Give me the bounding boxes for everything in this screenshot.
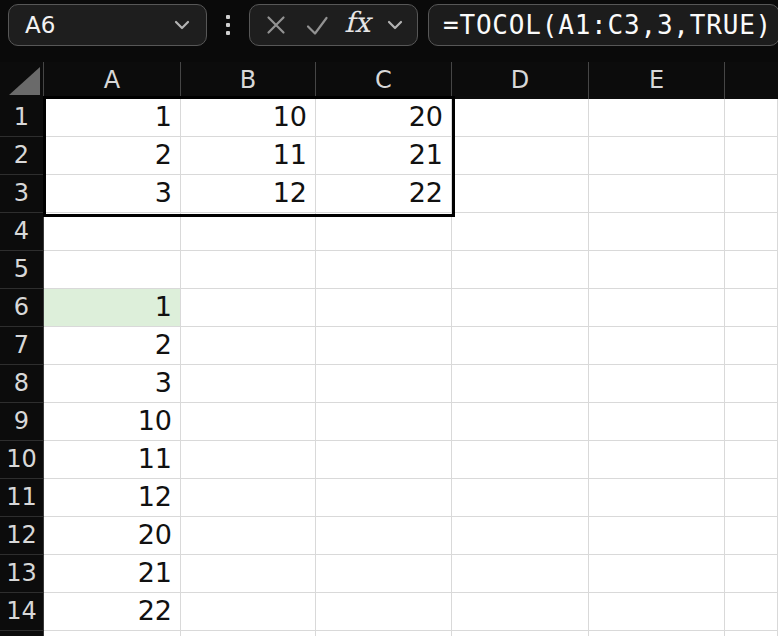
cell-B7[interactable]	[181, 327, 316, 365]
cell-A7[interactable]: 2	[44, 327, 181, 365]
cell-E9[interactable]	[589, 403, 725, 441]
cell-B14[interactable]	[181, 593, 316, 631]
cell-F3[interactable]	[725, 175, 778, 213]
enter-check-icon[interactable]	[304, 12, 330, 38]
cell-E7[interactable]	[589, 327, 725, 365]
cell-B8[interactable]	[181, 365, 316, 403]
name-box[interactable]: A6	[8, 4, 207, 46]
column-header-partial[interactable]	[725, 62, 778, 99]
cell-C2[interactable]: 21	[316, 137, 452, 175]
row-header-13[interactable]: 13	[0, 555, 44, 593]
row-header-8[interactable]: 8	[0, 365, 44, 403]
cell-A12[interactable]: 20	[44, 517, 181, 555]
cell-A1[interactable]: 1	[44, 99, 181, 137]
cell-C3[interactable]: 22	[316, 175, 452, 213]
cell-D12[interactable]	[452, 517, 589, 555]
cell-E12[interactable]	[589, 517, 725, 555]
cell-C12[interactable]	[316, 517, 452, 555]
cell-C4[interactable]	[316, 213, 452, 251]
cell-A13[interactable]: 21	[44, 555, 181, 593]
row-header-14[interactable]: 14	[0, 593, 44, 631]
cell-F13[interactable]	[725, 555, 778, 593]
cell-A2[interactable]: 2	[44, 137, 181, 175]
cell-F4[interactable]	[725, 213, 778, 251]
row-header-1[interactable]: 1	[0, 99, 44, 137]
cell-F2[interactable]	[725, 137, 778, 175]
row-header-15-partial[interactable]	[0, 631, 44, 636]
cell-F14[interactable]	[725, 593, 778, 631]
cell-A9[interactable]: 10	[44, 403, 181, 441]
cell-D11[interactable]	[452, 479, 589, 517]
cell-F5[interactable]	[725, 251, 778, 289]
cell-E8[interactable]	[589, 365, 725, 403]
cell-B2[interactable]: 11	[181, 137, 316, 175]
cell-E15[interactable]	[589, 631, 725, 636]
cell-F11[interactable]	[725, 479, 778, 517]
cell-B11[interactable]	[181, 479, 316, 517]
cell-E14[interactable]	[589, 593, 725, 631]
row-header-4[interactable]: 4	[0, 213, 44, 251]
cell-E5[interactable]	[589, 251, 725, 289]
cell-C9[interactable]	[316, 403, 452, 441]
cell-D10[interactable]	[452, 441, 589, 479]
cell-A4[interactable]	[44, 213, 181, 251]
cell-D15[interactable]	[452, 631, 589, 636]
cell-C11[interactable]	[316, 479, 452, 517]
cell-F6[interactable]	[725, 289, 778, 327]
cell-D5[interactable]	[452, 251, 589, 289]
cell-C10[interactable]	[316, 441, 452, 479]
column-header-B[interactable]: B	[181, 62, 316, 99]
row-header-6[interactable]: 6	[0, 289, 44, 327]
formula-bar-drag-handle[interactable]	[223, 15, 233, 35]
cell-C15[interactable]	[316, 631, 452, 636]
cell-F7[interactable]	[725, 327, 778, 365]
cell-E13[interactable]	[589, 555, 725, 593]
cell-E6[interactable]	[589, 289, 725, 327]
select-all-button[interactable]	[0, 62, 44, 99]
cell-C8[interactable]	[316, 365, 452, 403]
cell-A15[interactable]	[44, 631, 181, 636]
cell-B5[interactable]	[181, 251, 316, 289]
cell-A5[interactable]	[44, 251, 181, 289]
cell-B13[interactable]	[181, 555, 316, 593]
cell-E2[interactable]	[589, 137, 725, 175]
cell-C5[interactable]	[316, 251, 452, 289]
row-header-9[interactable]: 9	[0, 403, 44, 441]
row-header-2[interactable]: 2	[0, 137, 44, 175]
column-header-A[interactable]: A	[44, 62, 181, 99]
cell-C7[interactable]	[316, 327, 452, 365]
cell-B9[interactable]	[181, 403, 316, 441]
chevron-down-icon[interactable]	[385, 15, 405, 35]
cell-E4[interactable]	[589, 213, 725, 251]
cell-F1[interactable]	[725, 99, 778, 137]
cell-B1[interactable]: 10	[181, 99, 316, 137]
cell-D3[interactable]	[452, 175, 589, 213]
cell-D1[interactable]	[452, 99, 589, 137]
cell-E10[interactable]	[589, 441, 725, 479]
cell-C14[interactable]	[316, 593, 452, 631]
column-header-C[interactable]: C	[316, 62, 452, 99]
cell-B3[interactable]: 12	[181, 175, 316, 213]
cell-E3[interactable]	[589, 175, 725, 213]
cell-A6[interactable]: 1	[44, 289, 181, 327]
row-header-5[interactable]: 5	[0, 251, 44, 289]
cell-E1[interactable]	[589, 99, 725, 137]
cell-E11[interactable]	[589, 479, 725, 517]
cell-A3[interactable]: 3	[44, 175, 181, 213]
cell-B15[interactable]	[181, 631, 316, 636]
cell-D6[interactable]	[452, 289, 589, 327]
cell-C6[interactable]	[316, 289, 452, 327]
cell-A14[interactable]: 22	[44, 593, 181, 631]
cell-D14[interactable]	[452, 593, 589, 631]
formula-input[interactable]: =TOCOL(A1:C3,3,TRUE)	[428, 4, 778, 46]
cell-D7[interactable]	[452, 327, 589, 365]
cell-A8[interactable]: 3	[44, 365, 181, 403]
insert-function-fx-icon[interactable]: fx	[344, 9, 370, 41]
cell-F8[interactable]	[725, 365, 778, 403]
column-header-D[interactable]: D	[452, 62, 589, 99]
cell-B10[interactable]	[181, 441, 316, 479]
row-header-10[interactable]: 10	[0, 441, 44, 479]
row-header-11[interactable]: 11	[0, 479, 44, 517]
cell-D13[interactable]	[452, 555, 589, 593]
cell-D8[interactable]	[452, 365, 589, 403]
